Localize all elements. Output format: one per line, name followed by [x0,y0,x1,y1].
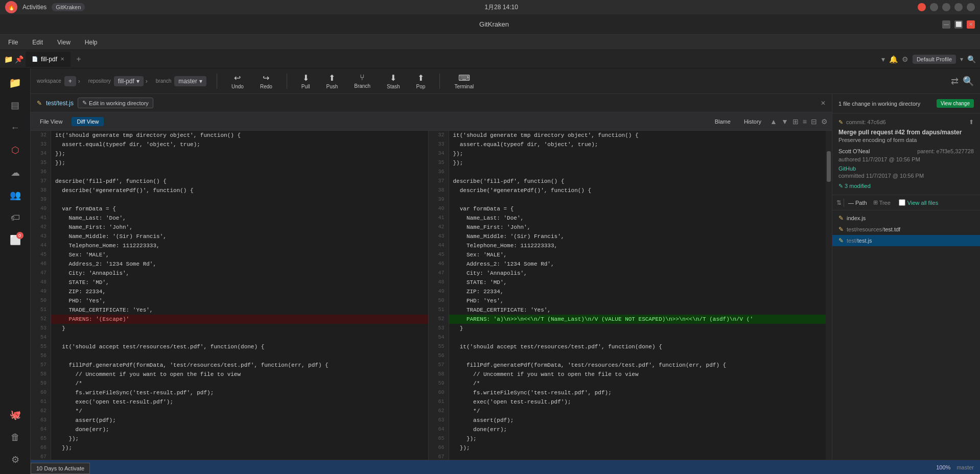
line-content: City: 'Annapolis', [449,269,826,278]
activate-bar[interactable]: 10 Days to Activate [31,463,90,474]
modified-file-item[interactable]: ✎test/test.js [832,235,980,246]
sidebar-item-stash[interactable]: ⬜ 0 [5,230,26,250]
file-modified-icon: ✎ [838,215,844,222]
profile-dropdown-icon[interactable]: ▾ [960,56,963,63]
history-btn[interactable]: History [739,116,766,127]
sys-min-icon[interactable] [930,3,938,11]
tab-close-btn[interactable]: ✕ [60,56,64,62]
sidebar-item-tags[interactable]: 🏷 [5,207,26,228]
line-number: 49 [31,287,51,296]
bottom-bar-right: 100% master [936,464,974,470]
repo-dropdown-arrow: ▾ [136,78,139,85]
modified-file-item[interactable]: ✎test/resources/test.tdf [832,224,980,235]
search-toolbar-icon[interactable]: 🔍 [963,76,974,87]
menu-help[interactable]: Help [82,37,101,48]
modified-file-item[interactable]: ✎index.js [832,212,980,224]
diff-line-row: 60 fs.writeFileSync('test-result.pdf', p… [31,388,428,397]
stash-btn[interactable]: ⬇ Stash [383,71,404,91]
scroll-up-icon[interactable]: ▲ [770,117,777,126]
edit-working-directory-btn[interactable]: ✎ Edit in working directory [78,98,153,108]
view-all-files-label[interactable]: View all files [907,200,938,206]
file-panel: ✎ test/test.js ✎ Edit in working directo… [31,94,980,460]
diff-line-row: 46 Address_2: '1234 Some Rd', [429,259,826,269]
sidebar-item-users[interactable]: 👥 [5,185,26,205]
diff-panel-left[interactable]: 32it('should generate tmp directory obje… [31,131,429,460]
branch-dropdown[interactable]: master ▾ [174,76,206,86]
pull-btn[interactable]: ⬇ Pull [297,71,314,91]
sidebar-item-cloud[interactable]: ☁ [5,162,26,183]
diff-line-row: 53 } [31,324,428,333]
window-close-btn[interactable]: ✕ [967,20,975,29]
line-number: 35 [429,158,449,168]
tab-fill-pdf[interactable]: 📄 fill-pdf ✕ [26,52,71,67]
terminal-icon: ⌨ [458,73,470,83]
grid-view-icon[interactable]: ⊟ [811,117,817,126]
repo-dropdown[interactable]: fill-pdf ▾ [114,76,144,86]
sort-icon[interactable]: ⇅ [836,199,842,206]
window-maximize-btn[interactable]: ⬜ [954,20,963,29]
diff-panel-right[interactable]: 32it('should generate tmp directory obje… [429,131,826,460]
diff-line-row: 50 PHD: 'Yes', [31,296,428,305]
sidebar-item-settings[interactable]: ⚙ [5,449,26,470]
view-change-btn[interactable]: View change [937,99,974,108]
line-content: exec('open test-result.pdf'); [449,397,826,407]
diff-file-header: ✎ test/test.js ✎ Edit in working directo… [31,94,832,112]
line-content: it('should accept test/resources/test.pd… [449,342,826,351]
app-name-badge[interactable]: GitKraken [52,3,85,11]
window-minimize-btn[interactable]: — [942,20,950,29]
sidebar-item-graph[interactable]: ⬡ [5,140,26,160]
path-view-btn[interactable]: — Path [846,199,869,207]
sys-close-icon[interactable] [918,3,926,11]
line-content [449,195,826,204]
split-view-icon[interactable]: ⊞ [792,117,799,126]
line-number: 34 [429,149,449,158]
scroll-down-icon[interactable]: ▼ [781,117,788,126]
zoom-level: 100% [936,464,950,470]
view-all-checkbox[interactable]: View all files [899,199,938,206]
folder-icon[interactable]: 📁 [4,55,13,63]
pin-icon[interactable]: 📌 [15,55,24,63]
push-btn[interactable]: ⬆ Push [322,71,342,91]
sidebar-item-trash[interactable]: 🗑 [5,427,26,447]
line-number: 42 [31,223,51,232]
toolbar-sep-3 [439,74,440,89]
tab-dropdown-icon[interactable]: ▾ [881,55,885,63]
menu-edit[interactable]: Edit [29,37,46,48]
sidebar-item-workspace[interactable]: 📁 [5,73,26,93]
tab-add-btn[interactable]: + [73,53,85,65]
profile-btn[interactable]: Default Profile [913,55,956,64]
system-bar-right [918,3,975,11]
line-content [51,453,428,460]
notification-icon[interactable]: 🔔 [889,55,898,63]
commit-expand-icon[interactable]: ⬆ [969,118,974,126]
redo-btn[interactable]: ↪ Redo [256,71,276,91]
line-number: 48 [429,278,449,287]
menu-file[interactable]: File [5,37,21,48]
menu-view[interactable]: View [54,37,74,48]
pop-btn[interactable]: ⬆ Pop [412,71,430,91]
diff-close-btn[interactable]: ✕ [821,100,826,107]
blame-btn[interactable]: Blame [710,116,735,127]
tree-view-btn[interactable]: ⊞ Tree [871,198,893,207]
swap-icon[interactable]: ⇄ [951,76,959,87]
terminal-btn[interactable]: ⌨ Terminal [450,71,478,91]
diff-scrollbar[interactable] [826,131,832,460]
diff-filepath: test/test.js [46,100,74,107]
sidebar-item-back[interactable]: ← [5,117,26,138]
sidebar-item-gitkraken[interactable]: 🐙 [5,405,26,425]
list-view-icon[interactable]: ≡ [803,117,807,126]
settings-diff-icon[interactable]: ⚙ [821,117,828,126]
line-content: done(err); [449,425,826,434]
view-all-checkbox-input[interactable] [899,199,905,206]
line-content: exec('open test-result.pdf'); [51,397,428,407]
diff-scroll-thumb[interactable] [827,151,831,182]
sys-max-icon[interactable] [942,3,950,11]
settings-icon[interactable]: ⚙ [902,55,908,63]
search-icon[interactable]: 🔍 [967,55,976,63]
undo-btn[interactable]: ↩ Undo [227,71,248,91]
file-view-btn[interactable]: File View [35,117,67,126]
sidebar-item-panel[interactable]: ▤ [5,95,26,115]
workspace-dropdown[interactable]: + [64,76,76,86]
branch-btn[interactable]: ⑂ Branch [350,71,375,91]
diff-view-btn[interactable]: Diff View [72,117,104,126]
